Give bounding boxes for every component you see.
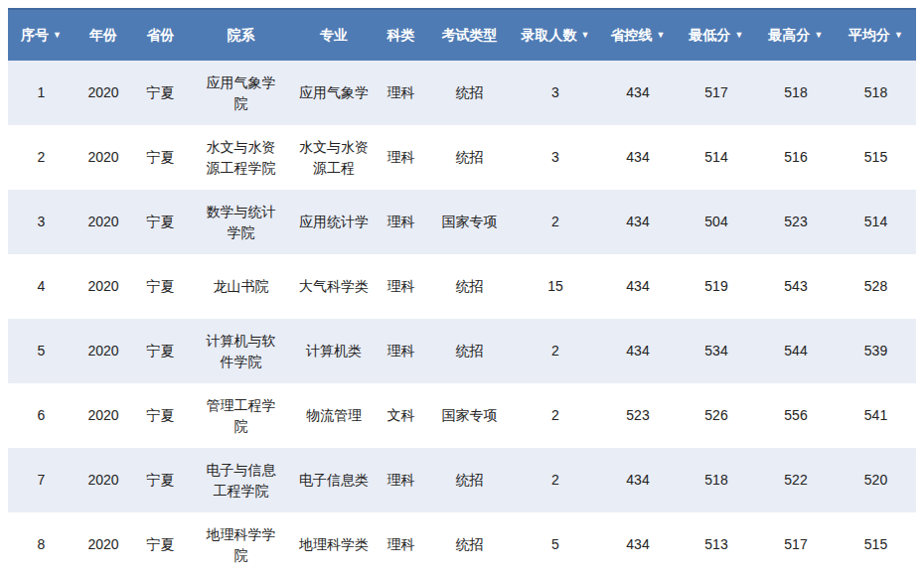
column-header-subject-type: 科类: [375, 9, 427, 61]
cell-index: 5: [8, 319, 75, 383]
cell-exam_type: 国家专项: [427, 190, 512, 254]
column-header-index[interactable]: 序号▼: [8, 9, 75, 61]
cell-admitted_count: 5: [512, 512, 599, 577]
cell-department: 数学与统计学院: [189, 190, 293, 254]
cell-exam_type: 统招: [427, 254, 512, 319]
cell-index: 6: [8, 383, 75, 448]
cell-index: 1: [8, 61, 75, 125]
cell-text: 计算机与软件学院: [205, 331, 278, 372]
cell-max_score: 516: [756, 125, 836, 190]
cell-department: 龙山书院: [189, 254, 293, 319]
admission-score-table: 序号▼ 年份 省份 院系 专业 科类 考试类型: [8, 8, 916, 577]
column-label: 考试类型: [442, 27, 498, 43]
column-header-admitted-count[interactable]: 录取人数▼: [512, 9, 599, 61]
sort-arrow-icon[interactable]: ▼: [53, 30, 62, 40]
cell-admitted_count: 3: [512, 61, 599, 125]
cell-max_score: 543: [756, 254, 836, 319]
cell-text: 物流管理: [297, 405, 371, 426]
column-label: 平均分: [848, 27, 890, 43]
column-header-province-control-line[interactable]: 省控线▼: [599, 9, 677, 61]
cell-admitted_count: 2: [512, 448, 599, 512]
cell-major: 应用统计学: [293, 190, 375, 254]
cell-subject_type: 理科: [375, 125, 427, 190]
cell-text: 水文与水资源工程: [297, 137, 371, 179]
cell-year: 2020: [75, 512, 132, 577]
column-label: 最高分: [769, 27, 811, 43]
column-header-department: 院系: [189, 9, 293, 61]
cell-province_control_line: 434: [599, 125, 677, 190]
table-body: 12020宁夏应用气象学院应用气象学理科统招343451751851822020…: [8, 61, 916, 577]
sort-arrow-icon[interactable]: ▼: [735, 30, 744, 40]
sort-arrow-icon[interactable]: ▼: [894, 30, 903, 40]
cell-subject_type: 理科: [375, 190, 427, 254]
cell-text: 地理科学类: [297, 534, 371, 555]
cell-avg_score: 541: [836, 383, 916, 448]
cell-major: 地理科学类: [293, 512, 375, 577]
cell-major: 计算机类: [293, 319, 375, 383]
cell-index: 8: [8, 512, 75, 577]
column-header-avg-score[interactable]: 平均分▼: [836, 9, 916, 61]
column-header-major: 专业: [293, 9, 375, 61]
cell-min_score: 517: [677, 61, 756, 125]
sort-arrow-icon[interactable]: ▼: [657, 30, 666, 40]
cell-exam_type: 统招: [427, 319, 512, 383]
cell-avg_score: 515: [836, 125, 916, 190]
cell-department: 计算机与软件学院: [189, 319, 293, 383]
cell-text: 电子信息类: [297, 470, 371, 491]
cell-year: 2020: [75, 61, 132, 125]
header-row: 序号▼ 年份 省份 院系 专业 科类 考试类型: [8, 9, 916, 61]
cell-year: 2020: [75, 383, 132, 448]
cell-province_control_line: 434: [599, 190, 677, 254]
cell-department: 应用气象学院: [189, 61, 293, 125]
table-row: 62020宁夏管理工程学院物流管理文科国家专项2523526556541: [8, 383, 916, 448]
column-header-max-score[interactable]: 最高分▼: [756, 9, 836, 61]
table-row: 82020宁夏地理科学学院地理科学类理科统招5434513517515: [8, 512, 916, 577]
cell-avg_score: 539: [836, 319, 916, 383]
cell-province_control_line: 434: [599, 512, 677, 577]
cell-exam_type: 统招: [427, 448, 512, 512]
cell-province: 宁夏: [132, 190, 189, 254]
cell-text: 水文与水资源工程学院: [205, 137, 278, 179]
cell-subject_type: 理科: [375, 254, 427, 319]
cell-avg_score: 518: [836, 61, 916, 125]
cell-major: 应用气象学: [293, 61, 375, 125]
cell-province_control_line: 523: [599, 383, 677, 448]
cell-province: 宁夏: [132, 512, 189, 577]
cell-index: 7: [8, 448, 75, 512]
cell-text: 管理工程学院: [205, 395, 278, 437]
cell-max_score: 522: [756, 448, 836, 512]
cell-province: 宁夏: [132, 61, 189, 125]
cell-min_score: 526: [677, 383, 756, 448]
table-header: 序号▼ 年份 省份 院系 专业 科类 考试类型: [8, 9, 916, 61]
cell-admitted_count: 2: [512, 190, 599, 254]
cell-department: 地理科学学院: [189, 512, 293, 577]
column-header-min-score[interactable]: 最低分▼: [677, 9, 756, 61]
cell-province_control_line: 434: [599, 254, 677, 319]
sort-arrow-icon[interactable]: ▼: [581, 30, 590, 40]
cell-index: 3: [8, 190, 75, 254]
column-label: 院系: [228, 27, 255, 43]
table-row: 32020宁夏数学与统计学院应用统计学理科国家专项2434504523514: [8, 190, 916, 254]
sort-arrow-icon[interactable]: ▼: [815, 30, 824, 40]
cell-text: 大气科学类: [297, 276, 371, 297]
cell-text: 应用气象学: [297, 82, 371, 103]
cell-max_score: 517: [756, 512, 836, 577]
cell-min_score: 534: [677, 319, 756, 383]
cell-exam_type: 统招: [427, 125, 512, 190]
cell-exam_type: 统招: [427, 512, 512, 577]
cell-text: 数学与统计学院: [205, 202, 278, 243]
cell-max_score: 518: [756, 61, 836, 125]
cell-min_score: 518: [677, 448, 756, 512]
cell-subject_type: 文科: [375, 383, 427, 448]
cell-province_control_line: 434: [599, 448, 677, 512]
cell-max_score: 523: [756, 190, 836, 254]
cell-avg_score: 515: [836, 512, 916, 577]
cell-province: 宁夏: [132, 125, 189, 190]
column-label: 省控线: [611, 27, 653, 43]
cell-index: 4: [8, 254, 75, 319]
cell-year: 2020: [75, 125, 132, 190]
cell-min_score: 514: [677, 125, 756, 190]
cell-admitted_count: 2: [512, 319, 599, 383]
cell-max_score: 544: [756, 319, 836, 383]
cell-subject_type: 理科: [375, 61, 427, 125]
